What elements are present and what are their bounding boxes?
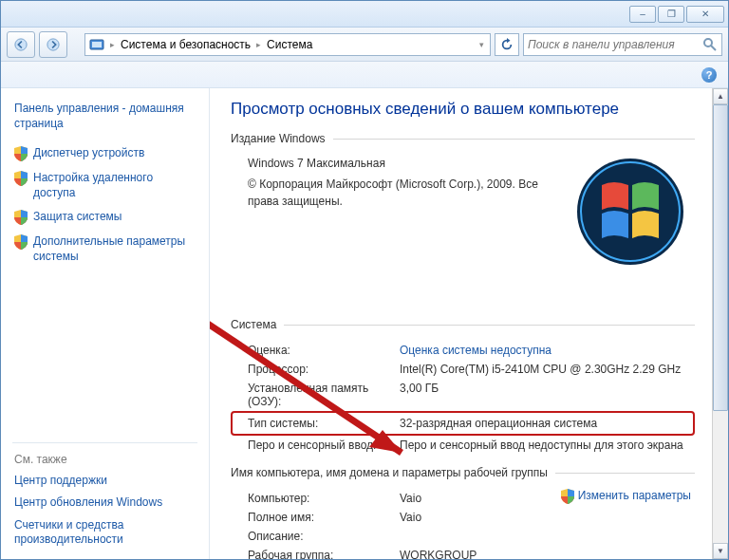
property-label: Оценка: xyxy=(248,344,400,357)
sidebar-task-label: Защита системы xyxy=(33,210,122,225)
property-row: Перо и сенсорный ввод: Перо и сенсорный … xyxy=(231,436,695,455)
search-icon xyxy=(702,37,718,52)
svg-point-6 xyxy=(577,159,683,265)
navbar: ▸ Система и безопасность ▸ Система ▾ xyxy=(1,28,728,62)
system-legend: Система xyxy=(231,318,284,331)
property-row: Процессор: Intel(R) Core(TM) i5-2410M CP… xyxy=(231,360,695,379)
sidebar-task-device-manager[interactable]: Диспетчер устройств xyxy=(1,142,209,167)
shield-icon xyxy=(14,171,28,186)
windows-edition: Windows 7 Максимальная xyxy=(248,155,566,172)
property-row: Описание: xyxy=(231,527,695,546)
sidebar-task-remote[interactable]: Настройка удаленного доступа xyxy=(1,167,209,206)
svg-line-5 xyxy=(711,46,716,50)
property-row: Компьютер: Vaio xyxy=(231,489,561,508)
maximize-button[interactable]: ❐ xyxy=(658,6,684,23)
edition-group: Издание Windows Windows 7 Максимальная ©… xyxy=(231,132,695,274)
property-label: Полное имя: xyxy=(248,511,400,524)
sidebar-task-advanced[interactable]: Дополнительные параметры системы xyxy=(1,231,209,270)
property-row: Рабочая группа: WORKGROUP xyxy=(231,546,695,559)
svg-point-1 xyxy=(47,38,59,49)
property-value: 32-разрядная операционная система xyxy=(400,417,689,430)
change-settings-label: Изменить параметры xyxy=(578,489,691,502)
property-row: Оценка: Оценка системы недоступна xyxy=(231,341,695,360)
domain-group: Имя компьютера, имя домена и параметры р… xyxy=(231,466,695,559)
search-box[interactable] xyxy=(523,33,722,56)
scroll-thumb[interactable] xyxy=(713,104,728,411)
see-also-link[interactable]: Счетчики и средства производительности xyxy=(1,514,209,551)
content-pane: Просмотр основных сведений о вашем компь… xyxy=(210,88,712,559)
svg-rect-3 xyxy=(92,42,102,47)
property-value: Vaio xyxy=(400,511,695,524)
rating-link[interactable]: Оценка системы недоступна xyxy=(400,344,551,357)
change-settings-link[interactable]: Изменить параметры xyxy=(561,489,691,504)
property-row: Полное имя: Vaio xyxy=(231,508,695,527)
arrow-right-icon xyxy=(47,38,60,51)
toolbar: ? xyxy=(1,62,728,88)
arrow-left-icon xyxy=(14,38,28,51)
vertical-scrollbar[interactable]: ▲ ▼ xyxy=(712,88,728,559)
back-button[interactable] xyxy=(7,31,35,58)
windows-logo xyxy=(573,155,687,269)
breadcrumb-separator: ▸ xyxy=(108,40,117,49)
property-value: 3,00 ГБ xyxy=(400,382,695,395)
sidebar-task-protection[interactable]: Защита системы xyxy=(1,206,209,231)
svg-point-0 xyxy=(15,38,27,49)
see-also-heading: См. также xyxy=(1,447,209,470)
help-button[interactable]: ? xyxy=(701,67,717,83)
control-panel-home-link[interactable]: Панель управления - домашняя страница xyxy=(1,98,209,142)
edition-legend: Издание Windows xyxy=(231,132,333,145)
property-value: WORKGROUP xyxy=(400,549,695,559)
minimize-button[interactable]: – xyxy=(629,6,656,23)
shield-icon xyxy=(14,234,28,250)
sidebar-task-label: Диспетчер устройств xyxy=(33,146,144,161)
property-label: Перо и сенсорный ввод: xyxy=(248,439,400,452)
property-row: Установленная память (ОЗУ): 3,00 ГБ xyxy=(231,379,695,411)
property-label: Описание: xyxy=(248,530,400,543)
close-button[interactable]: ✕ xyxy=(686,6,724,23)
property-label: Рабочая группа: xyxy=(248,549,400,559)
breadcrumb-separator: ▸ xyxy=(254,40,263,49)
property-row-highlighted: Тип системы: 32-разрядная операционная с… xyxy=(231,411,695,436)
refresh-icon xyxy=(500,38,514,51)
scroll-down-button[interactable]: ▼ xyxy=(713,543,728,559)
property-label: Тип системы: xyxy=(248,417,400,430)
refresh-button[interactable] xyxy=(495,33,519,56)
forward-button[interactable] xyxy=(39,31,67,58)
breadcrumb-item[interactable]: Система xyxy=(267,38,312,51)
svg-point-4 xyxy=(704,39,712,47)
property-value: Перо и сенсорный ввод недоступны для это… xyxy=(400,439,695,452)
search-input[interactable] xyxy=(528,38,702,51)
shield-icon xyxy=(14,146,28,161)
titlebar: – ❐ ✕ xyxy=(1,1,728,28)
sidebar-task-label: Дополнительные параметры системы xyxy=(33,234,197,264)
scroll-track[interactable] xyxy=(713,104,728,543)
control-panel-icon xyxy=(89,37,104,52)
scroll-up-button[interactable]: ▲ xyxy=(713,88,728,104)
breadcrumb-item[interactable]: Система и безопасность xyxy=(121,38,251,51)
sidebar-task-label: Настройка удаленного доступа xyxy=(33,171,197,200)
shield-icon xyxy=(14,210,28,225)
see-also-link[interactable]: Центр обновления Windows xyxy=(1,492,209,514)
property-label: Процессор: xyxy=(248,363,400,376)
shield-icon xyxy=(561,489,574,504)
system-group: Система Оценка: Оценка системы недоступн… xyxy=(231,318,695,460)
copyright-text: © Корпорация Майкрософт (Microsoft Corp.… xyxy=(248,176,566,210)
property-label: Установленная память (ОЗУ): xyxy=(248,382,400,408)
see-also-link[interactable]: Центр поддержки xyxy=(1,470,209,493)
dropdown-icon[interactable]: ▾ xyxy=(477,40,486,49)
address-bar[interactable]: ▸ Система и безопасность ▸ Система ▾ xyxy=(84,33,491,56)
domain-legend: Имя компьютера, имя домена и параметры р… xyxy=(231,466,555,479)
property-value: Vaio xyxy=(400,492,561,505)
property-label: Компьютер: xyxy=(248,492,400,505)
property-value: Intel(R) Core(TM) i5-2410M CPU @ 2.30GHz… xyxy=(400,363,695,376)
sidebar: Панель управления - домашняя страница Ди… xyxy=(1,88,210,559)
page-heading: Просмотр основных сведений о вашем компь… xyxy=(231,100,695,119)
